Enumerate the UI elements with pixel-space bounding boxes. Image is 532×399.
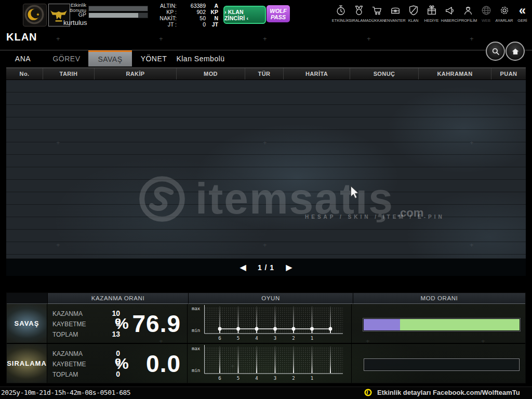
plus-decoration: + [263,140,267,145]
win-percent: 76.9 [132,310,181,338]
top-menu: ETKİNLİK SIRALAMA DÜKKAN ENVANTER [331,3,530,28]
tab-gorev[interactable]: GÖREV [45,50,88,66]
table-header-row: No. TARIH RAKİP MOD TÜR HARİTA SONUÇ KAH… [6,68,526,80]
plus-decoration: + [470,36,474,42]
gp-label: GP [65,12,86,18]
top-bar: Etkinlik Bonusu GP kurtulus ALTIN: 63389… [0,0,532,29]
stat-label: KAYBETME [52,361,86,368]
axis-max-label: max [192,306,200,311]
globe-icon [480,4,493,17]
back-chevrons-icon: « [516,4,529,17]
plus-decoration: + [231,364,235,369]
next-page-button[interactable]: ▶ [286,263,292,272]
page-indicator: 1 / 1 [258,263,274,272]
menu-item-etkinlik[interactable]: ETKİNLİK [331,3,350,23]
menu-item-hediye[interactable]: HEDİYE [422,3,441,23]
col-harita[interactable]: HARİTA [284,68,350,79]
news-ticker: Etkinlik detayları Facebook.com/Wolfteam… [364,388,532,397]
menu-item-ayarlar[interactable]: AYARLAR [495,3,513,23]
klan-zinciri-button[interactable]: › KLAN ZİNCİRİ ‹ [223,6,266,24]
currency-kp: KP : 902 KP [155,9,218,15]
tab-yonet[interactable]: YÖNET [132,50,176,66]
plus-decoration: + [263,36,267,42]
gp-progress-bar [88,12,148,18]
menu-item-envanter[interactable]: ENVANTER [386,3,404,23]
bonus-progress-bar [88,6,148,11]
home-button[interactable] [506,42,525,61]
col-tarih[interactable]: TARIH [43,68,95,79]
line-chart-savas: 654321 [204,304,344,341]
gift-icon [425,4,438,17]
menu-item-profilim[interactable]: PROFİLİM [459,3,477,23]
col-tur[interactable]: TÜR [245,68,284,79]
svg-text:4: 4 [255,376,258,381]
line-chart-siralama: 654321 [204,344,344,381]
col-kahraman[interactable]: KAHRAMAN [419,68,491,79]
svg-text:1: 1 [311,336,313,341]
medal-icon [353,4,365,17]
row-separators [6,80,526,258]
col-sonuc[interactable]: SONUÇ [350,68,419,79]
event-badge-icon [364,388,373,397]
col-no[interactable]: No. [6,68,43,79]
wolf-pass-button[interactable]: WOLF PASS [267,5,290,22]
watermark-tagline: HESAP / SKIN / ITEM / E-PIN [305,214,445,220]
clan-stats-panel: KAZANMA ORANI OYUN MOD ORANI SAVAŞ KAZAN… [6,292,526,383]
col-rakip[interactable]: RAKİP [95,68,177,79]
tab-ana[interactable]: ANA [1,50,45,66]
klan-zinciri-label: › KLAN ZİNCİRİ ‹ [224,9,265,21]
mod-ratio-bar-empty [364,359,519,370]
chest-icon [389,4,402,17]
shield-icon [407,4,420,17]
stat-label: TOPLAM [52,371,78,378]
plus-decoration: + [56,243,60,248]
watermark: itemsatış [6,174,526,224]
svg-text:3: 3 [274,376,276,381]
siralama-mod-ratio [352,344,525,383]
tab-klan-sembolu[interactable]: Klan Sembolü [176,50,225,66]
menu-item-dukkan[interactable]: DÜKKAN [368,3,386,23]
plus-decoration: + [56,36,60,42]
menu-item-geri[interactable]: « GERİ [513,3,531,23]
person-icon [462,4,474,17]
menu-item-klan[interactable]: KLAN [404,3,422,23]
axis-max-label: max [192,346,200,351]
svg-text:5: 5 [237,376,240,381]
row-label-siralama: SIRALAMA [7,344,47,383]
stats-header-row: KAZANMA ORANI OYUN MOD ORANI [7,293,525,304]
player-name: kurtulus [63,19,86,26]
stats-row-siralama: SIRALAMA KAZANMA 0 KAYBETME 0 TOPLAM 0 %… [7,344,525,383]
siralama-win-stats: KAZANMA 0 KAYBETME 0 TOPLAM 0 % 0.0 [47,344,188,383]
axis-min-label: min [192,368,200,373]
pagination-bar: ◀ 1 / 1 ▶ [6,258,526,276]
savas-game-chart: max min 654321 [188,304,352,343]
plus-decoration: + [159,36,163,42]
col-puan[interactable]: PUAN [491,68,526,79]
watermark-domain: .com [397,206,423,220]
col-mod[interactable]: MOD [177,68,245,79]
savas-mod-ratio [352,304,525,343]
header-kazanma-orani: KAZANMA ORANI [48,293,189,304]
megaphone-icon [444,4,456,17]
prev-page-button[interactable]: ◀ [240,263,246,272]
menu-item-haberci[interactable]: HABERCİ [441,3,459,23]
plus-decoration: + [470,140,474,145]
stats-row-savas: SAVAŞ KAZANMA 10 KAYBETME 3 TOPLAM 13 % … [7,304,525,344]
stopwatch-icon [335,4,347,17]
clan-emblem-icon [23,4,47,26]
menu-item-web[interactable]: WEB [477,3,495,23]
search-button[interactable] [486,42,505,61]
mod-ratio-bar [363,318,520,331]
plus-decoration: + [481,339,485,344]
svg-text:3: 3 [274,336,276,341]
stat-label: KAZANMA [52,310,83,317]
tab-savas[interactable]: SAVAŞ [88,50,132,66]
savas-win-stats: KAZANMA 10 KAYBETME 3 TOPLAM 13 % 76.9 [47,304,188,343]
timestamp: 2025y-10m-21d-15h-42m-08s-0501-685 [1,389,130,396]
stat-label: TOPLAM [52,331,78,338]
plus-decoration: + [470,243,474,248]
plus-decoration: + [56,140,60,145]
home-icon [511,47,520,56]
menu-item-siralama[interactable]: SIRALAMA [350,3,368,23]
header-oyun: OYUN [189,293,353,304]
